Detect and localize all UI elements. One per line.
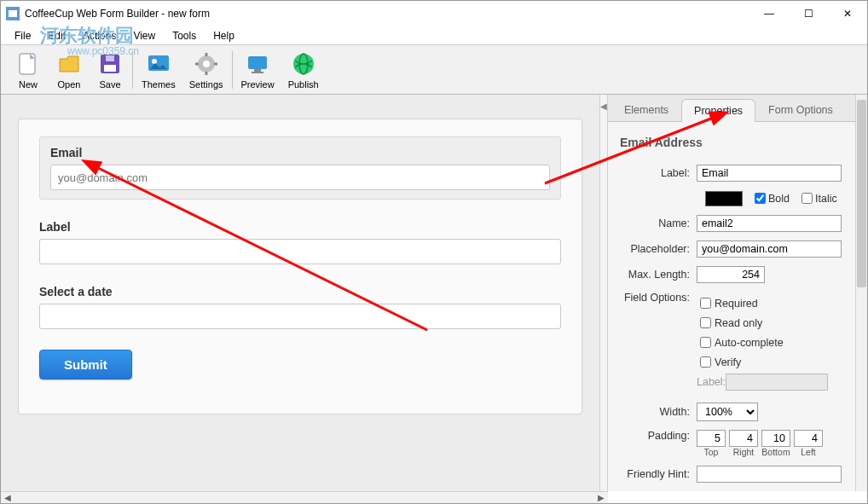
prop-pad-right[interactable]	[729, 430, 758, 447]
tab-form-options[interactable]: Form Options	[755, 98, 846, 121]
tab-elements[interactable]: Elements	[611, 98, 681, 121]
text-input[interactable]	[39, 239, 561, 264]
field-email[interactable]: Email	[39, 136, 561, 200]
app-icon	[6, 7, 20, 20]
minimize-button[interactable]: ―	[749, 1, 789, 26]
tool-publish[interactable]: Publish	[281, 49, 326, 91]
prop-placeholder-input[interactable]	[697, 240, 842, 258]
prop-placeholder-label: Placeholder:	[620, 243, 697, 255]
email-input[interactable]	[50, 165, 550, 190]
field-date[interactable]: Select a date	[39, 285, 561, 329]
svg-rect-17	[254, 69, 261, 72]
menu-help[interactable]: Help	[205, 28, 243, 43]
vertical-scrollbar[interactable]	[855, 95, 867, 491]
submit-button[interactable]: Submit	[39, 350, 132, 379]
svg-rect-7	[106, 55, 114, 61]
tool-themes[interactable]: Themes	[135, 49, 182, 91]
toolbar-separator	[132, 51, 133, 89]
prop-verify-checkbox[interactable]	[700, 356, 711, 368]
prop-color-picker[interactable]	[705, 191, 743, 206]
prop-label-input[interactable]	[697, 165, 842, 182]
window-title: CoffeeCup Web Form Builder - new form	[25, 8, 210, 20]
prop-width-label: Width:	[620, 406, 697, 418]
tool-new[interactable]: New	[8, 49, 49, 91]
prop-verify-label-label: Label:	[697, 376, 726, 388]
form-card: Email Label Select a date Submit	[18, 119, 582, 414]
date-label: Select a date	[39, 285, 561, 298]
prop-verify-label-input	[726, 374, 828, 391]
titlebar: CoffeeCup Web Form Builder - new form ― …	[1, 1, 867, 26]
prop-bold-label: Bold	[768, 193, 790, 205]
prop-readonly-checkbox[interactable]	[700, 317, 711, 328]
properties-title: Email Address	[620, 136, 855, 149]
tool-preview[interactable]: Preview	[234, 49, 281, 91]
prop-name-label: Name:	[620, 217, 697, 229]
horizontal-scrollbar[interactable]: ◀▶	[1, 491, 608, 503]
toolbar: New Open Save Themes Settings Preview Pu…	[1, 45, 867, 95]
svg-point-11	[203, 61, 210, 67]
prop-bold-checkbox[interactable]	[755, 193, 766, 204]
field-text[interactable]: Label	[39, 220, 561, 264]
prop-pad-left[interactable]	[794, 430, 823, 447]
prop-hint-label: Friendly Hint:	[620, 468, 697, 480]
svg-rect-6	[104, 65, 116, 72]
close-button[interactable]: ✕	[828, 1, 867, 26]
svg-point-9	[152, 59, 157, 64]
prop-italic-label: Italic	[815, 193, 837, 205]
prop-label-label: Label:	[620, 167, 697, 179]
toolbar-separator	[232, 51, 233, 89]
svg-rect-16	[248, 56, 267, 69]
prop-padding-label: Padding:	[620, 430, 697, 442]
prop-autocomplete-checkbox[interactable]	[700, 337, 711, 348]
prop-hint-input[interactable]	[697, 466, 842, 483]
prop-pad-bottom[interactable]	[761, 430, 790, 447]
menu-actions[interactable]: Actions	[74, 28, 124, 43]
svg-rect-18	[252, 72, 263, 73]
tool-open[interactable]: Open	[49, 49, 90, 91]
prop-maxlength-label: Max. Length:	[620, 269, 697, 281]
prop-pad-top[interactable]	[697, 430, 726, 447]
prop-required-checkbox[interactable]	[700, 298, 711, 309]
prop-maxlength-input[interactable]	[697, 266, 765, 283]
prop-name-input[interactable]	[697, 215, 842, 232]
panel-collapse-handle[interactable]: ◀	[599, 95, 608, 491]
prop-italic-checkbox[interactable]	[801, 193, 813, 204]
menu-edit[interactable]: Edit	[39, 28, 74, 43]
menu-view[interactable]: View	[124, 28, 164, 43]
tool-save[interactable]: Save	[90, 49, 130, 91]
properties-panel: Elements Properties Form Options Email A…	[608, 95, 867, 491]
text-label: Label	[39, 220, 561, 234]
maximize-button[interactable]: ☐	[789, 1, 828, 26]
prop-fieldoptions-label: Field Options:	[620, 292, 697, 304]
date-input[interactable]	[39, 304, 561, 329]
form-canvas[interactable]: Email Label Select a date Submit	[1, 95, 599, 491]
menubar: File Edit Actions View Tools Help	[1, 26, 867, 45]
tool-settings[interactable]: Settings	[182, 49, 230, 91]
email-label: Email	[50, 146, 550, 159]
prop-width-select[interactable]: 100%	[697, 403, 758, 421]
menu-tools[interactable]: Tools	[164, 28, 205, 43]
tab-properties[interactable]: Properties	[681, 99, 755, 122]
menu-file[interactable]: File	[6, 28, 39, 43]
